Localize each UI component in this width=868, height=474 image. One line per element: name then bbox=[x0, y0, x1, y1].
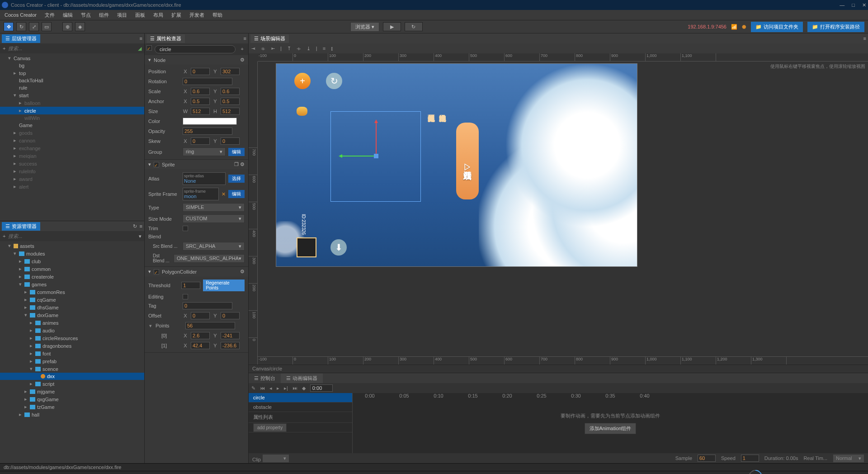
skew-y-input[interactable] bbox=[221, 137, 240, 145]
clip-select[interactable]: ▾ bbox=[262, 454, 289, 463]
align-top-icon[interactable]: ⤒ bbox=[287, 46, 291, 52]
node-name-input[interactable] bbox=[155, 45, 236, 53]
rect-tool-button[interactable]: ▭ bbox=[42, 22, 52, 31]
menu-item[interactable]: 扩展 bbox=[171, 12, 181, 19]
tree-item[interactable]: ▾dxxGame bbox=[0, 311, 144, 319]
speed-input[interactable] bbox=[741, 455, 759, 462]
panel-menu-icon[interactable]: ≡ bbox=[863, 36, 866, 41]
create-node-button[interactable]: + bbox=[3, 46, 5, 51]
play-icon[interactable]: ▸ bbox=[277, 385, 279, 391]
tree-item[interactable]: ▸meiqian bbox=[0, 152, 144, 160]
tree-item[interactable]: Game bbox=[0, 122, 144, 129]
tree-item[interactable]: ▸ruleInfo bbox=[0, 167, 144, 175]
tree-item[interactable]: ▾modules bbox=[0, 250, 144, 257]
refresh-icon[interactable]: ↻ bbox=[133, 223, 137, 229]
tree-item[interactable]: ▸top bbox=[0, 69, 144, 77]
tree-item[interactable]: ▾assets bbox=[0, 242, 144, 250]
next-frame-icon[interactable]: ▸| bbox=[284, 385, 288, 391]
tree-item[interactable]: ▸alert bbox=[0, 183, 144, 190]
panel-menu-icon[interactable]: ≡ bbox=[140, 223, 142, 229]
tree-item-selected[interactable]: ▸circle bbox=[0, 107, 144, 114]
offset-x-input[interactable] bbox=[191, 312, 210, 319]
node-active-checkbox[interactable] bbox=[146, 45, 152, 51]
hierarchy-tab[interactable]: ☰ 层级管理器 bbox=[2, 34, 40, 43]
tree-item[interactable]: ▸success bbox=[0, 160, 144, 167]
menu-item[interactable]: 编辑 bbox=[63, 12, 73, 19]
sprite-enabled-checkbox[interactable] bbox=[154, 162, 159, 167]
wrap-mode-select[interactable]: Normal▾ bbox=[833, 454, 864, 463]
rotate-tool-button[interactable]: ↻ bbox=[16, 22, 26, 31]
filter-icon[interactable]: ▾ bbox=[139, 233, 142, 239]
tree-item[interactable]: ▸animes bbox=[0, 319, 144, 327]
point-0-y-input[interactable] bbox=[221, 332, 240, 339]
tree-item[interactable]: ▾start bbox=[0, 91, 144, 99]
spriteframe-field[interactable]: sprite-framemoon bbox=[183, 188, 219, 200]
menu-item[interactable]: 组件 bbox=[99, 12, 109, 19]
offset-y-input[interactable] bbox=[221, 312, 240, 319]
tree-item[interactable]: ▸dhsGame bbox=[0, 303, 144, 311]
edit-group-button[interactable]: 编辑 bbox=[228, 148, 245, 156]
maximize-button[interactable]: □ bbox=[852, 2, 855, 8]
help-icon[interactable]: ❐ bbox=[234, 161, 239, 167]
tree-item[interactable]: rule bbox=[0, 84, 144, 91]
align-center-v-icon[interactable]: ⟛ bbox=[297, 46, 301, 52]
menu-item[interactable]: 节点 bbox=[81, 12, 91, 19]
scene-tab[interactable]: ☰ 场景编辑器 bbox=[250, 34, 289, 43]
tree-item[interactable]: ▸tzGame bbox=[0, 403, 144, 411]
position-y-input[interactable] bbox=[221, 68, 240, 75]
scene-canvas[interactable]: 使用鼠标右键平移视窗焦点，使用滚轮缩放视图 -10001002003004005… bbox=[249, 53, 868, 365]
color-picker[interactable] bbox=[183, 118, 237, 125]
opacity-input[interactable] bbox=[183, 128, 232, 135]
play-button[interactable]: ▶ bbox=[383, 22, 401, 31]
tree-item[interactable]: ▸qxgGame bbox=[0, 395, 144, 403]
tree-item[interactable]: ▾Canvas bbox=[0, 54, 144, 62]
points-count-input[interactable] bbox=[185, 322, 235, 329]
sample-input[interactable] bbox=[698, 455, 716, 462]
tree-item[interactable]: ▸circleResources bbox=[0, 334, 144, 342]
tree-item[interactable]: ▸club bbox=[0, 257, 144, 265]
tree-item[interactable]: ▸award bbox=[0, 175, 144, 183]
gear-icon[interactable]: ⚙ bbox=[240, 161, 245, 167]
open-install-button[interactable]: 📁 打开程序安装路径 bbox=[807, 22, 864, 32]
tree-item[interactable]: ▸cqGame bbox=[0, 296, 144, 303]
point-0-x-input[interactable] bbox=[191, 332, 210, 339]
hierarchy-search-input[interactable] bbox=[8, 46, 135, 51]
src-blend-select[interactable]: SRC_ALPHA▾ bbox=[183, 242, 245, 251]
console-tab[interactable]: ☰ 控制台 bbox=[249, 374, 281, 383]
prev-frame-icon[interactable]: ◂ bbox=[269, 385, 272, 391]
tree-item[interactable]: ▸prefab bbox=[0, 357, 144, 365]
atlas-select-button[interactable]: 选择 bbox=[228, 175, 245, 183]
regenerate-points-button[interactable]: Regenerate Points bbox=[203, 280, 245, 291]
tree-item[interactable]: ▸font bbox=[0, 350, 144, 357]
editing-checkbox[interactable] bbox=[183, 294, 188, 299]
inspector-tab[interactable]: ☰ 属性检查器 bbox=[146, 34, 185, 43]
local-tool-button[interactable]: ◈ bbox=[75, 22, 85, 31]
anchor-tool-button[interactable]: ⊕ bbox=[62, 22, 72, 31]
menu-item[interactable]: 开发者 bbox=[189, 12, 204, 19]
gizmo-x-axis[interactable] bbox=[340, 156, 376, 156]
gear-icon[interactable]: ⚙ bbox=[240, 269, 245, 275]
align-right-icon[interactable]: ⤜ bbox=[271, 46, 275, 52]
align-center-h-icon[interactable]: ⟚ bbox=[261, 46, 265, 52]
size-mode-select[interactable]: CUSTOM▾ bbox=[183, 214, 245, 223]
timeline-node[interactable]: obstacle bbox=[249, 403, 352, 412]
menu-item[interactable]: 帮助 bbox=[212, 12, 222, 19]
add-animation-button[interactable]: 添加Animation组件 bbox=[585, 423, 637, 434]
atlas-field[interactable]: sprite-atlasNone bbox=[183, 172, 226, 185]
menu-item[interactable]: 项目 bbox=[117, 12, 127, 19]
tag-input[interactable] bbox=[183, 302, 232, 309]
tree-item[interactable]: ▾games bbox=[0, 280, 144, 288]
sprite-type-select[interactable]: SIMPLE▾ bbox=[183, 203, 245, 212]
skew-x-input[interactable] bbox=[191, 137, 210, 145]
menu-item[interactable]: 文件 bbox=[45, 12, 55, 19]
tree-item[interactable]: ▸audio bbox=[0, 327, 144, 334]
preview-target-select[interactable]: 浏览器 ▾ bbox=[350, 22, 379, 32]
panel-menu-icon[interactable]: ≡ bbox=[140, 36, 142, 41]
clear-icon[interactable]: ✕ bbox=[222, 191, 226, 197]
rotation-input[interactable] bbox=[183, 78, 232, 85]
scale-tool-button[interactable]: ⤢ bbox=[29, 22, 39, 31]
tree-item[interactable]: willWin bbox=[0, 114, 144, 122]
tree-item[interactable]: ▸commonRes bbox=[0, 288, 144, 296]
scale-y-input[interactable] bbox=[221, 88, 240, 95]
close-button[interactable]: ✕ bbox=[862, 2, 866, 8]
